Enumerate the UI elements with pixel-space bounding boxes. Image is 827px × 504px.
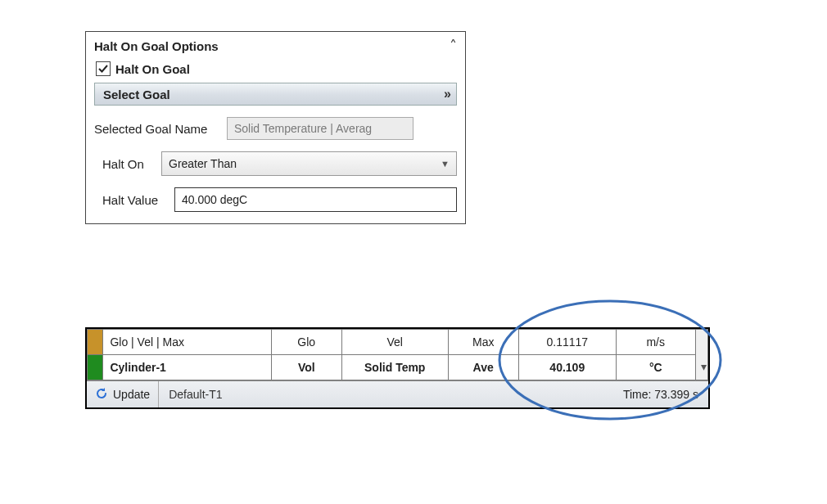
row-stat: Ave [448,355,518,380]
row-name: Cylinder-1 [103,355,271,380]
row-color-swatch [88,330,103,355]
halt-on-dropdown[interactable]: Greater Than ▼ [161,151,457,176]
row-value: 0.11117 [518,330,616,355]
panel-body: Halt On Goal Select Goal » Selected Goal… [86,58,465,223]
select-goal-label: Select Goal [103,88,170,101]
halt-value-label: Halt Value [102,193,165,207]
row-name: Glo | Vel | Max [103,330,271,355]
row-scope: Vol [271,355,341,380]
halt-value-text: 40.000 degC [182,193,247,206]
update-button[interactable]: Update [87,381,159,407]
selected-goal-name-row: Selected Goal Name Solid Temperature | A… [94,117,457,140]
row-scope: Glo [271,330,341,355]
scenario-name: Default-T1 [159,388,613,401]
halt-on-label: Halt On [102,157,151,171]
results-grid: Glo | Vel | Max Glo Vel Max 0.11117 m/s … [87,329,708,380]
chevron-double-right-icon: » [444,87,448,101]
table-row[interactable]: Cylinder-1 Vol Solid Temp Ave 40.109 °C [88,355,708,380]
selected-goal-name-label: Selected Goal Name [94,122,217,136]
row-unit: °C [616,355,695,380]
chevron-down-icon: ▾ [701,360,703,373]
results-table: Glo | Vel | Max Glo Vel Max 0.11117 m/s … [85,327,710,409]
select-goal-button[interactable]: Select Goal » [94,83,457,106]
row-unit: m/s [616,330,695,355]
halt-on-goal-checkbox-row: Halt On Goal [96,61,457,76]
halt-on-goal-checkbox[interactable] [96,61,111,76]
collapse-icon[interactable]: ˄ [450,37,457,55]
scrollbar[interactable]: ▾ [695,330,707,380]
panel-header[interactable]: Halt On Goal Options ˄ [86,32,465,58]
panel-title: Halt On Goal Options [94,39,219,53]
halt-on-goal-label: Halt On Goal [115,62,190,76]
time-label: Time: 73.399 s [613,388,708,401]
row-color-swatch [88,355,103,380]
halt-on-value: Greater Than [169,157,237,170]
selected-goal-name-field: Solid Temperature | Averag [227,117,414,140]
row-quantity: Vel [341,330,448,355]
halt-on-row: Halt On Greater Than ▼ [94,151,457,176]
halt-on-goal-panel: Halt On Goal Options ˄ Halt On Goal Sele… [85,31,466,224]
halt-value-row: Halt Value 40.000 degC [94,187,457,212]
update-label: Update [113,388,150,401]
refresh-icon [95,387,108,403]
halt-value-field[interactable]: 40.000 degC [174,187,457,212]
row-quantity: Solid Temp [341,355,448,380]
results-footer: Update Default-T1 Time: 73.399 s [87,380,708,407]
row-value: 40.109 [518,355,616,380]
row-stat: Max [448,330,518,355]
table-row[interactable]: Glo | Vel | Max Glo Vel Max 0.11117 m/s … [88,330,708,355]
chevron-down-icon: ▼ [441,159,450,169]
